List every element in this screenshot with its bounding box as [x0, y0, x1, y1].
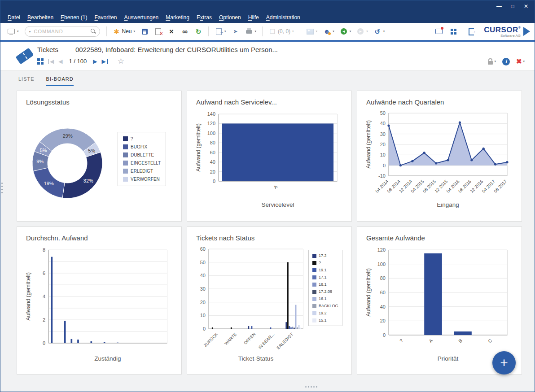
svg-text:10: 10	[380, 152, 386, 157]
first-record-button[interactable]: ◀	[48, 59, 54, 64]
last-record-button[interactable]: ▶	[101, 59, 107, 64]
svg-text:ZURÜCK: ZURÜCK	[203, 331, 219, 348]
bi-board-dashboard: Lösungsstatus29%5%32%19%9%5%?BUGFIXDUBLE…	[0, 86, 535, 381]
forward-button[interactable]: ▾	[354, 26, 370, 36]
exit-icon	[467, 28, 475, 35]
legend-item: ?	[123, 136, 161, 141]
toolbar-separator	[300, 26, 300, 36]
search-icon[interactable]	[91, 29, 96, 34]
svg-text:Aufwand (gemittelt): Aufwand (gemittelt)	[365, 268, 372, 317]
svg-text:A: A	[428, 338, 434, 344]
legend-item: 16.1	[312, 296, 338, 301]
logout-button[interactable]	[465, 26, 478, 36]
favorite-star-icon[interactable]: ☆	[118, 57, 124, 66]
logo-triangle-icon	[523, 27, 530, 36]
menu-administration[interactable]: Administration	[263, 14, 304, 21]
legend-item: BACKLOG	[312, 304, 338, 308]
new-button[interactable]: Neu▾	[110, 26, 138, 36]
minimize-button[interactable]: —	[492, 1, 506, 11]
refresh-button[interactable]	[192, 26, 205, 36]
legend-item: 17.1	[312, 275, 338, 279]
printer-icon	[245, 28, 253, 35]
dropdown-caret-icon: ▾	[17, 30, 19, 33]
bottom-scrollbar[interactable]	[0, 383, 535, 391]
workflow-button[interactable]	[229, 26, 242, 36]
record-pager: 1 / 100	[69, 58, 87, 65]
panel-title-durchschn-aufwand: Durchschn. Aufwand	[26, 234, 175, 242]
previous-record-button[interactable]: ◀	[58, 59, 62, 64]
toolbar-separator	[208, 26, 209, 36]
chart-legend: ?BUGFIXDUBLETTEEINGESTELLTERLEDIGTVERWOR…	[118, 132, 166, 186]
svg-text:0: 0	[203, 326, 206, 331]
left-panel-splitter[interactable]	[0, 176, 4, 201]
search-button[interactable]	[179, 26, 191, 36]
svg-text:80: 80	[380, 275, 386, 281]
save-button[interactable]	[138, 26, 151, 36]
menu-auswertungen[interactable]: Auswertungen	[121, 14, 162, 21]
menu-marketing[interactable]: Marketing	[162, 14, 193, 21]
dropdown-caret-icon: ▾	[134, 30, 136, 33]
command-input[interactable]	[33, 28, 88, 35]
selection-count-button[interactable]: (0, 0)▾	[266, 26, 296, 36]
session-button[interactable]	[433, 26, 445, 36]
legend-item: EINGESTELLT	[123, 161, 161, 166]
cancel-button[interactable]	[165, 26, 178, 36]
add-record-button[interactable]: +	[492, 351, 516, 375]
svg-text:19%: 19%	[44, 181, 54, 186]
svg-text:10: 10	[200, 313, 206, 318]
svg-text:4: 4	[43, 294, 45, 299]
legend-swatch	[312, 261, 316, 265]
svg-text:20: 20	[380, 142, 386, 147]
menu-datei[interactable]: Datei	[4, 14, 24, 21]
svg-text:ERLEDIGT: ERLEDIGT	[276, 332, 294, 351]
chart-tickets-status: 0102030405060Ticket-StatusZURÜCKWARTEOFF…	[193, 244, 345, 364]
window-view-button[interactable]: ▾	[5, 26, 21, 36]
menu-favoriten[interactable]: Favoriten	[91, 14, 120, 21]
legend-swatch	[123, 161, 128, 166]
next-record-button[interactable]: ▶	[93, 59, 97, 64]
open-document-button[interactable]: ▾	[212, 26, 228, 36]
menu-bearbeiten[interactable]: Bearbeiten	[24, 14, 57, 21]
menu-hilfe[interactable]: Hilfe	[245, 14, 263, 21]
print-button[interactable]: ▾	[243, 26, 259, 36]
svg-text:9%: 9%	[36, 159, 44, 164]
close-record-button[interactable]: ✖ ▾	[516, 57, 525, 65]
panel-title-gesamte-aufwaende: Gesamte Aufwände	[366, 234, 515, 242]
boards-button[interactable]	[449, 26, 461, 36]
app-window: — □ ✕ DateiBearbeitenEbenen (1)Favoriten…	[0, 0, 535, 392]
svg-text:C: C	[487, 338, 493, 344]
window-close-button[interactable]: ✕	[519, 1, 533, 11]
menu-ebenen-1[interactable]: Ebenen (1)	[57, 14, 91, 21]
dropdown-caret-icon: ▾	[350, 30, 351, 33]
svg-text:40: 40	[380, 304, 386, 309]
toolbar-separator	[106, 26, 107, 36]
grid-icon	[451, 28, 459, 35]
info-button[interactable]: i	[502, 58, 510, 65]
panel-aufwand-servicelevel: Aufwand nach Servicelev...02040608010012…	[187, 91, 352, 222]
tab-bi-board[interactable]: BI-BOARD	[46, 76, 74, 86]
legend-swatch	[123, 144, 128, 149]
export-button[interactable]: ▾	[304, 26, 320, 36]
maximize-button[interactable]: □	[506, 1, 519, 11]
svg-text:30: 30	[200, 286, 206, 292]
history-button[interactable]: ▾	[371, 26, 387, 36]
svg-text:100: 100	[377, 261, 386, 267]
scrollbar-grip[interactable]	[305, 386, 307, 388]
legend-item: 19.2	[312, 311, 338, 315]
command-history-caret-icon[interactable]: ▾	[29, 30, 31, 34]
lock-button[interactable]: ▾	[488, 59, 496, 65]
tab-liste[interactable]: LISTE	[18, 76, 35, 86]
svg-text:?: ?	[399, 338, 404, 344]
delete-button[interactable]	[152, 26, 164, 36]
legend-swatch	[312, 297, 316, 301]
monitor-icon	[7, 28, 15, 35]
menu-extras[interactable]: Extras	[193, 14, 215, 21]
record-header: Tickets 0022589, Infoboard: Erweiterung …	[0, 42, 535, 70]
board-view-icon[interactable]	[37, 58, 44, 65]
dropdown-caret-icon: ▾	[255, 30, 257, 33]
menu-optionen[interactable]: Optionen	[215, 14, 245, 21]
back-button[interactable]: ▾	[338, 26, 354, 36]
contacts-button[interactable]: ▾	[320, 26, 337, 36]
pages-icon	[268, 28, 276, 35]
toolbar-separator	[262, 26, 263, 36]
